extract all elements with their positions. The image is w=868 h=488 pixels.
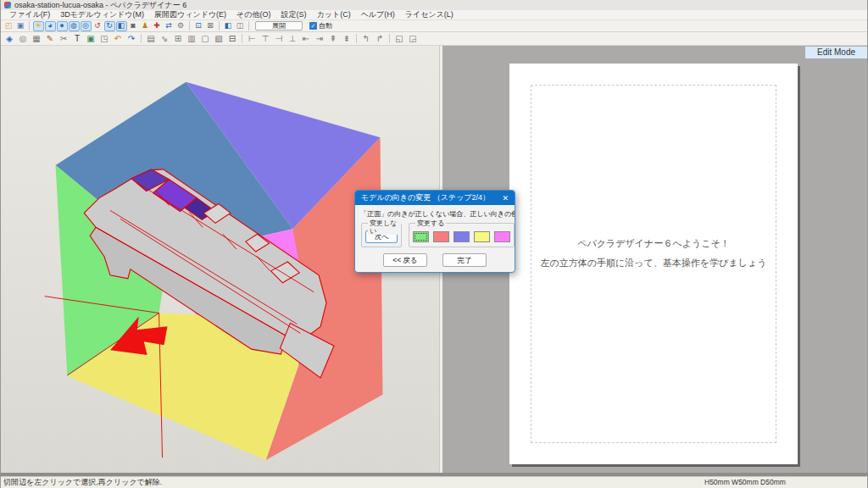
axes-icon[interactable]: ✚ [152,21,163,31]
toolbar-separator [242,34,242,43]
divide-parts-icon[interactable]: ◲ [407,33,420,45]
finish-button[interactable]: 完了 [442,253,487,267]
page-blank-icon[interactable]: ▢ [199,33,212,45]
welcome-line-2: 左の立方体の手順に沿って、基本操作を学びましょう [509,257,798,269]
print-icon[interactable]: ⊟ [226,33,239,45]
toolbar-top-icons: ◰▣☀◕●◍◎↺↻◧◙♟✚⇄⚙⊡⊠◧◫ [3,21,246,31]
menu-license[interactable]: ライセンス(L) [400,9,459,20]
checkbox-check-icon: ✓ [309,22,317,30]
dialog-title-bar[interactable]: モデルの向きの変更 （ステップ2/4） ✕ [355,191,515,205]
toolbar-separator [356,34,357,43]
layout-single-icon[interactable]: ◫ [235,21,246,31]
toolbar-top: ◰▣☀◕●◍◎↺↻◧◙♟✚⇄⚙⊡⊠◧◫ 展開 ✓ 自動 [1,20,867,32]
face-color-swatch-4[interactable] [474,231,490,242]
menu-bar: ファイル(F) 3Dモデルウィンドウ(M) 展開図ウィンドウ(E) その他(O)… [1,10,867,20]
open-file-icon[interactable]: ◰ [3,21,14,31]
toolbar-edit-icons: ◈◎▦✎✂T▣◳↶↷▤⇘⊞▥▢▧⊟⊢⊤⊣⊥⇤⇥⇞⇟↰↱◱◲ [3,33,420,45]
toolbar-separator [248,21,249,30]
align-left-icon[interactable]: ⊢ [246,33,259,45]
layout-both-icon[interactable]: ◧ [223,21,234,31]
menu-help[interactable]: ヘルプ(H) [356,9,400,20]
auto-unfold-label: 自動 [319,21,332,30]
face-color-swatch-2[interactable] [433,231,449,242]
change-group-label: 変更する [415,219,446,227]
keep-group: 変更しない 次へ [361,223,402,247]
redo-icon[interactable]: ↷ [125,33,138,45]
zoom-model-icon[interactable]: ◈ [3,33,16,45]
menu-file[interactable]: ファイル(F) [4,9,55,20]
light-icon[interactable]: ☀ [33,21,44,31]
order-up-icon[interactable]: ⇞ [327,33,340,45]
toolbar-separator [389,34,390,43]
rotate-part-left-icon[interactable]: ↰ [360,33,373,45]
align-bottom-icon[interactable]: ⊥ [287,33,299,45]
shaded-view-icon[interactable]: ● [57,21,68,31]
join-parts-icon[interactable]: ◱ [393,33,406,45]
rotate-part-right-icon[interactable]: ↱ [374,33,387,45]
toolbar-separator [29,21,30,30]
menu-3d-model-window[interactable]: 3Dモデルウィンドウ(M) [55,9,149,20]
menu-pattern-window[interactable]: 展開図ウィンドウ(E) [149,9,231,20]
material-icon[interactable]: ◳ [98,33,111,45]
orbit-view-icon[interactable]: ◕ [45,21,56,31]
distribute-v-icon[interactable]: ⇥ [314,33,326,45]
edit-edge-icon[interactable]: ✎ [44,33,57,45]
dialog-title: モデルの向きの変更 （ステップ2/4） [361,192,490,203]
align-right-icon[interactable]: ⊣ [273,33,286,45]
erase-edge-icon[interactable]: ✂ [58,33,70,45]
insert-image-icon[interactable]: ▣ [85,33,97,45]
dialog-actions: << 戻る 完了 [355,253,515,267]
face-color-swatch-1[interactable] [413,231,429,242]
app-window: osaka-station-lucua-osaka - ペパクラデザイナー 6 … [0,0,868,488]
align-top-icon[interactable]: ⊤ [259,33,272,45]
fit-view-icon[interactable]: ⇘ [159,33,171,45]
auto-unfold-checkbox[interactable]: ✓ 自動 [309,21,332,30]
rotate-right-icon[interactable]: ↻ [104,21,115,31]
pages-icon[interactable]: ▤ [145,33,158,45]
keep-group-label: 変更しない [368,219,401,235]
edit-mode-badge[interactable]: Edit Mode [805,47,867,58]
dialog-message: 「正面」の向きが正しくない場合、正しい向きの色を指定してください。 [355,205,515,219]
undo-icon[interactable]: ↶ [112,33,125,45]
texture-icon[interactable]: ◙ [128,21,139,31]
toolbar-separator [189,21,190,30]
pattern-page[interactable]: ペパクラデザイナー６へようこそ！ 左の立方体の手順に沿って、基本操作を学びましょ… [509,64,798,464]
select-options-icon[interactable]: ⊠ [205,21,216,31]
back-button[interactable]: << 戻る [383,253,427,267]
save-file-icon[interactable]: ▣ [15,21,26,31]
change-group: 変更する [409,223,515,247]
toolbar-separator [219,21,220,30]
page-setup-icon[interactable]: ▧ [213,33,225,45]
menu-settings[interactable]: 設定(S) [276,9,312,20]
orientation-dialog: モデルの向きの変更 （ステップ2/4） ✕ 「正面」の向きが正しくない場合、正し… [354,190,515,273]
page-add-icon[interactable]: ▥ [186,33,198,45]
unfold-button[interactable]: 展開 [255,21,303,30]
app-icon [4,2,11,8]
select-lasso-icon[interactable]: ◎ [17,33,30,45]
close-icon[interactable]: ✕ [502,194,509,202]
wireframe-view-icon[interactable]: ◍ [69,21,80,31]
order-down-icon[interactable]: ⇟ [341,33,353,45]
menu-cut[interactable]: カット(C) [312,9,356,20]
distribute-h-icon[interactable]: ⇤ [300,33,313,45]
menu-others[interactable]: その他(O) [231,9,275,20]
toolbar-edit: ◈◎▦✎✂T▣◳↶↷▤⇘⊞▥▢▧⊟⊢⊤⊣⊥⇤⇥⇞⇟↰↱◱◲ [1,32,867,46]
perspective-view-icon[interactable]: ◎ [81,21,92,31]
grid-icon[interactable]: ⊞ [172,33,185,45]
insert-text-icon[interactable]: T [71,33,84,45]
figure-icon[interactable]: ♟ [140,21,151,31]
paint-face-icon[interactable]: ◧ [116,21,127,31]
rotate-left-icon[interactable]: ↺ [92,21,103,31]
toolbar-separator [141,34,142,43]
model-dimensions: H50mm W50mm D50mm [704,477,786,488]
select-parts-icon[interactable]: ▦ [31,33,43,45]
mirror-icon[interactable]: ⇄ [164,21,175,31]
settings-tool-icon[interactable]: ⚙ [175,21,186,31]
face-color-swatch-3[interactable] [453,231,470,242]
status-bar: 切開辺を左クリックで選択,再クリックで解除. H50mm W50mm D50mm [1,476,867,488]
dialog-groups: 変更しない 次へ 変更する [355,219,515,247]
select-region-icon[interactable]: ⊡ [193,21,204,31]
welcome-line-1: ペパクラデザイナー６へようこそ！ [509,237,798,250]
face-color-swatch-5[interactable] [494,231,510,242]
welcome-text: ペパクラデザイナー６へようこそ！ 左の立方体の手順に沿って、基本操作を学びましょ… [509,237,798,269]
